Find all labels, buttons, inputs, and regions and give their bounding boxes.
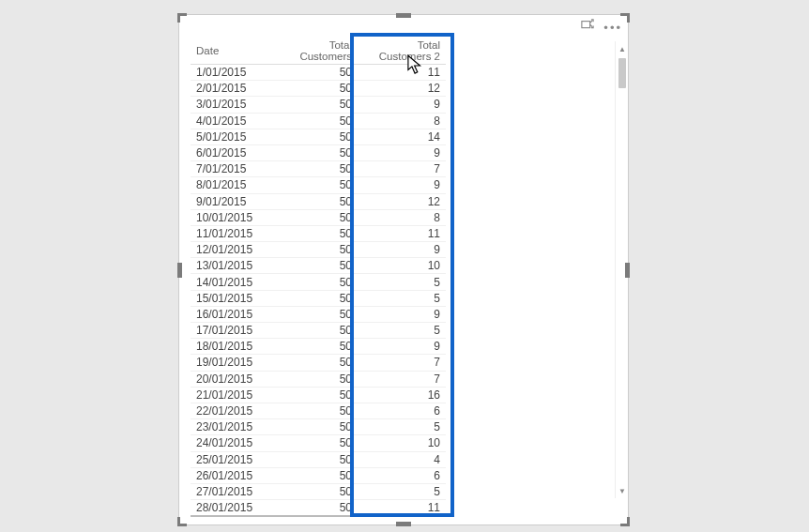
table-row[interactable]: 20/01/2015507 bbox=[191, 371, 446, 387]
cell-tc1: 50 bbox=[277, 403, 358, 418]
cell-tc1: 50 bbox=[277, 129, 358, 144]
cell-tc2: 5 bbox=[358, 419, 446, 435]
cell-tc1: 50 bbox=[277, 161, 358, 177]
table-row[interactable]: 27/01/2015505 bbox=[191, 483, 446, 499]
col-header-tc1[interactable]: Total Customers bbox=[277, 39, 358, 65]
table-row[interactable]: 10/01/2015508 bbox=[191, 209, 446, 225]
table-row[interactable]: 5/01/20155014 bbox=[191, 129, 446, 144]
cell-date: 5/01/2015 bbox=[191, 129, 277, 144]
table-row[interactable]: 2/01/20155012 bbox=[191, 81, 446, 97]
table-row[interactable]: 24/01/20155010 bbox=[191, 435, 446, 451]
total-label: Total bbox=[191, 516, 277, 517]
cell-date: 4/01/2015 bbox=[191, 113, 277, 129]
cell-date: 10/01/2015 bbox=[191, 209, 277, 225]
cell-date: 15/01/2015 bbox=[191, 290, 277, 306]
resize-handle-tr[interactable] bbox=[620, 13, 630, 23]
table-row[interactable]: 1/01/20155011 bbox=[191, 65, 446, 81]
table-row[interactable]: 15/01/2015505 bbox=[191, 290, 446, 306]
table-row[interactable]: 14/01/2015505 bbox=[191, 274, 446, 290]
table-row[interactable]: 16/01/2015509 bbox=[191, 306, 446, 322]
table-row[interactable]: 11/01/20155011 bbox=[191, 225, 446, 241]
cell-tc2: 7 bbox=[358, 161, 446, 177]
cell-date: 8/01/2015 bbox=[191, 177, 277, 193]
cell-tc2: 9 bbox=[358, 177, 446, 193]
cell-tc1: 50 bbox=[277, 306, 358, 322]
scroll-down-icon[interactable]: ▼ bbox=[616, 483, 629, 498]
cell-tc1: 50 bbox=[277, 435, 358, 451]
resize-handle-left[interactable] bbox=[177, 263, 182, 278]
table-row[interactable]: 7/01/2015507 bbox=[191, 161, 446, 177]
cell-date: 2/01/2015 bbox=[191, 81, 277, 97]
table-row[interactable]: 25/01/2015504 bbox=[191, 451, 446, 467]
cell-tc2: 11 bbox=[358, 225, 446, 241]
cell-tc2: 5 bbox=[358, 323, 446, 339]
table-header-row: Date Total Customers Total Customers 2 bbox=[191, 39, 446, 65]
col-header-tc2[interactable]: Total Customers 2 bbox=[358, 39, 446, 65]
resize-handle-right[interactable] bbox=[625, 263, 630, 278]
table-row[interactable]: 23/01/2015505 bbox=[191, 419, 446, 435]
cell-date: 24/01/2015 bbox=[191, 435, 277, 451]
scroll-thumb[interactable] bbox=[618, 58, 626, 88]
table-row[interactable]: 17/01/2015505 bbox=[191, 323, 446, 339]
table-row[interactable]: 18/01/2015509 bbox=[191, 339, 446, 355]
cell-tc1: 50 bbox=[277, 274, 358, 290]
cell-tc1: 50 bbox=[277, 97, 358, 113]
cell-date: 11/01/2015 bbox=[191, 225, 277, 241]
table-row[interactable]: 12/01/2015509 bbox=[191, 242, 446, 258]
col-header-date[interactable]: Date bbox=[191, 39, 277, 65]
cell-tc1: 50 bbox=[277, 113, 358, 129]
table-total-row: Total 50 50 bbox=[191, 516, 446, 517]
cell-tc2: 12 bbox=[358, 81, 446, 97]
cell-date: 12/01/2015 bbox=[191, 242, 277, 258]
resize-handle-bl[interactable] bbox=[177, 517, 187, 526]
table-container: Date Total Customers Total Customers 2 1… bbox=[191, 39, 622, 517]
resize-handle-bottom[interactable] bbox=[396, 522, 411, 526]
cell-tc1: 50 bbox=[277, 355, 358, 371]
cell-tc1: 50 bbox=[277, 371, 358, 387]
cell-tc2: 4 bbox=[358, 451, 446, 467]
table-row[interactable]: 8/01/2015509 bbox=[191, 177, 446, 193]
cell-date: 9/01/2015 bbox=[191, 193, 277, 209]
cell-tc1: 50 bbox=[277, 483, 358, 499]
cell-date: 18/01/2015 bbox=[191, 339, 277, 355]
scroll-up-icon[interactable]: ▲ bbox=[616, 41, 629, 56]
total-tc1: 50 bbox=[277, 516, 358, 517]
cell-tc2: 5 bbox=[358, 483, 446, 499]
table-row[interactable]: 13/01/20155010 bbox=[191, 258, 446, 274]
table-row[interactable]: 22/01/2015506 bbox=[191, 403, 446, 418]
table-row[interactable]: 21/01/20155016 bbox=[191, 387, 446, 403]
cell-tc2: 10 bbox=[358, 258, 446, 274]
cell-tc2: 6 bbox=[358, 403, 446, 418]
cell-tc2: 7 bbox=[358, 371, 446, 387]
cell-tc1: 50 bbox=[277, 242, 358, 258]
resize-handle-br[interactable] bbox=[620, 517, 630, 526]
table-row[interactable]: 19/01/2015507 bbox=[191, 355, 446, 371]
cell-date: 17/01/2015 bbox=[191, 323, 277, 339]
data-table: Date Total Customers Total Customers 2 1… bbox=[191, 39, 446, 517]
cell-tc1: 50 bbox=[277, 177, 358, 193]
cell-tc2: 8 bbox=[358, 113, 446, 129]
table-row[interactable]: 6/01/2015509 bbox=[191, 144, 446, 160]
cell-tc1: 50 bbox=[277, 467, 358, 483]
cell-tc1: 50 bbox=[277, 209, 358, 225]
cell-tc1: 50 bbox=[277, 323, 358, 339]
table-row[interactable]: 9/01/20155012 bbox=[191, 193, 446, 209]
table-visual[interactable]: ••• Date Total Customers Total Customers… bbox=[178, 14, 629, 525]
focus-mode-icon[interactable] bbox=[581, 19, 594, 36]
cell-date: 1/01/2015 bbox=[191, 65, 277, 81]
table-row[interactable]: 3/01/2015509 bbox=[191, 97, 446, 113]
resize-handle-tl[interactable] bbox=[177, 13, 187, 23]
cell-date: 21/01/2015 bbox=[191, 387, 277, 403]
table-row[interactable]: 4/01/2015508 bbox=[191, 113, 446, 129]
resize-handle-top[interactable] bbox=[396, 13, 411, 18]
cell-tc1: 50 bbox=[277, 451, 358, 467]
cell-tc1: 50 bbox=[277, 65, 358, 81]
cell-tc1: 50 bbox=[277, 419, 358, 435]
table-row[interactable]: 28/01/20155011 bbox=[191, 500, 446, 516]
cell-tc2: 11 bbox=[358, 65, 446, 81]
more-options-icon[interactable]: ••• bbox=[603, 22, 622, 34]
cell-tc1: 50 bbox=[277, 258, 358, 274]
cell-tc2: 9 bbox=[358, 144, 446, 160]
table-row[interactable]: 26/01/2015506 bbox=[191, 467, 446, 483]
total-tc2: 50 bbox=[358, 516, 446, 517]
